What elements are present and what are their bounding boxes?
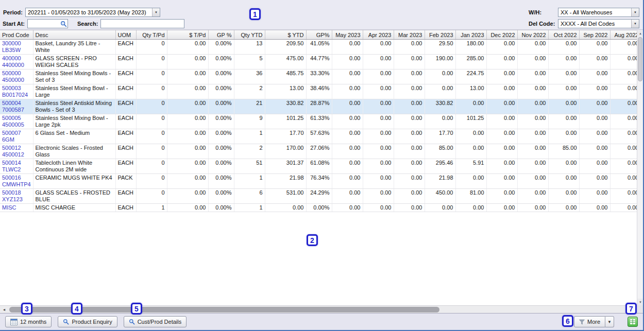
month-value-cell: 0.00 bbox=[363, 129, 394, 144]
column-header-desc[interactable]: Desc bbox=[33, 30, 115, 40]
more-dropdown-button[interactable]: ▼ bbox=[605, 316, 614, 327]
prod-code-link[interactable]: 500012 bbox=[2, 145, 31, 151]
uom-cell: EACH bbox=[115, 189, 136, 204]
month-value-cell: 0.00 bbox=[548, 84, 579, 99]
column-header-dec-2022[interactable]: Dec 2022 bbox=[486, 30, 517, 40]
warehouse-select[interactable]: XX - All Warehouses ▼ bbox=[558, 8, 639, 17]
prod-code-link[interactable]: 500003 bbox=[2, 85, 31, 92]
table-row[interactable]: 5000047000587Stainless Steel Antiskid Mi… bbox=[0, 99, 637, 114]
uom-cell: EACH bbox=[115, 129, 136, 144]
more-button[interactable]: More bbox=[574, 316, 605, 327]
del-code-select[interactable]: XXXX - All Del Codes ▼ bbox=[558, 19, 639, 28]
scroll-up-icon[interactable]: ▲ bbox=[637, 30, 643, 37]
table-row[interactable]: 5000004500000Stainless Steel Mixing Bowl… bbox=[0, 69, 637, 84]
column-header-qty-ytd[interactable]: Qty YTD bbox=[234, 30, 265, 40]
table-row[interactable]: 5000054500005Stainless Steel Mixing Bowl… bbox=[0, 114, 637, 129]
excel-export-icon bbox=[630, 319, 636, 325]
column-header-uom[interactable]: UOM bbox=[115, 30, 136, 40]
prod-code-cell[interactable]: 5000004500000 bbox=[0, 69, 33, 84]
table-row[interactable]: 5000076GM6 Glass Set - MediumEACH00.000.… bbox=[0, 129, 637, 144]
month-value-cell: 0.00 bbox=[394, 129, 425, 144]
prod-code-cell[interactable]: 500003B0017024 bbox=[0, 84, 33, 99]
prod-code-link[interactable]: XYZ123 bbox=[2, 196, 31, 203]
prod-code-cell[interactable]: 500018XYZ123 bbox=[0, 189, 33, 204]
prod-code-link[interactable]: 500000 bbox=[2, 70, 31, 77]
prod-code-link[interactable]: 300000 bbox=[2, 40, 31, 47]
column-header-apr-2023[interactable]: Apr 2023 bbox=[363, 30, 394, 40]
column-header-qty-t-pd[interactable]: Qty T/Pd bbox=[136, 30, 167, 40]
prod-code-link[interactable]: 4500005 bbox=[2, 121, 31, 128]
column-header-sep-2022[interactable]: Sep 2022 bbox=[579, 30, 610, 40]
month-value-cell: 0.00 bbox=[579, 174, 610, 189]
prod-code-cell[interactable]: 5000124500012 bbox=[0, 144, 33, 159]
start-at-search-button[interactable] bbox=[60, 21, 67, 27]
desc-cell: Basket, Laundry 35 Litre - White bbox=[33, 40, 115, 55]
column-header-oct-2022[interactable]: Oct 2022 bbox=[548, 30, 579, 40]
gp-tpd-cell: 0.00% bbox=[208, 84, 234, 99]
table-row[interactable]: 500003B0017024Stainless Steel Mixing Bow… bbox=[0, 84, 637, 99]
column-header--ytd[interactable]: $ YTD bbox=[265, 30, 306, 40]
prod-code-link[interactable]: 500005 bbox=[2, 115, 31, 121]
prod-code-cell[interactable]: 500014TLWC2 bbox=[0, 159, 33, 174]
period-select[interactable]: 202211 - 01/05/2023 to 31/05/2023 (May 2… bbox=[25, 8, 160, 17]
table-row[interactable]: MISCMISC CHARGEEACH10.000.00%10.000.00%0… bbox=[0, 204, 637, 212]
prod-code-link[interactable]: 6GM bbox=[2, 136, 31, 143]
prod-code-link[interactable]: LB35W bbox=[2, 47, 31, 54]
prod-code-cell[interactable]: 500016CMWHTP4 bbox=[0, 174, 33, 189]
annotation-callout-3: 3 bbox=[21, 303, 32, 315]
export-button[interactable] bbox=[628, 317, 638, 327]
prod-code-cell[interactable]: 5000047000587 bbox=[0, 99, 33, 114]
table-row[interactable]: 300000LB35WBasket, Laundry 35 Litre - Wh… bbox=[0, 40, 637, 55]
cust-prod-details-button[interactable]: Cust/Prod Details bbox=[124, 316, 187, 327]
column-header-gp-[interactable]: GP% bbox=[306, 30, 332, 40]
month-value-cell: 0.00 bbox=[486, 84, 517, 99]
app-window: Period: 202211 - 01/05/2023 to 31/05/202… bbox=[0, 0, 644, 331]
prod-code-link[interactable]: 400000 bbox=[2, 55, 31, 62]
prod-code-link[interactable]: 7000587 bbox=[2, 107, 31, 113]
horizontal-scrollbar[interactable]: ◄ ► bbox=[0, 305, 637, 313]
prod-code-link[interactable]: 4400000 bbox=[2, 62, 31, 68]
prod-code-cell[interactable]: MISC bbox=[0, 204, 33, 212]
prod-code-cell[interactable]: 4000004400000 bbox=[0, 55, 33, 69]
scroll-down-icon[interactable]: ▼ bbox=[637, 299, 643, 305]
month-value-cell: 0.00 bbox=[455, 204, 486, 212]
prod-code-link[interactable]: TLWC2 bbox=[2, 166, 31, 173]
scroll-left-icon[interactable]: ◄ bbox=[1, 306, 8, 313]
prod-code-link[interactable]: 4500000 bbox=[2, 77, 31, 83]
product-enquiry-button[interactable]: Product Enquiry bbox=[58, 316, 117, 327]
vertical-scrollbar[interactable]: ▲ ▼ bbox=[637, 30, 643, 305]
table-row[interactable]: 4000004400000GLASS SCREEN - PRO WEIGH SC… bbox=[0, 55, 637, 69]
prod-code-link[interactable]: 500016 bbox=[2, 175, 31, 181]
prod-code-cell[interactable]: 5000076GM bbox=[0, 129, 33, 144]
gp-tpd-cell: 0.00% bbox=[208, 159, 234, 174]
table-row[interactable]: 500016CMWHTP4CERAMIC MUGS WHITE PK4PACK0… bbox=[0, 174, 637, 189]
table-row[interactable]: 5000124500012Electronic Scales - Frosted… bbox=[0, 144, 637, 159]
table-row[interactable]: 500018XYZ123GLASS SCALES - FROSTED BLUEE… bbox=[0, 189, 637, 204]
prod-code-cell[interactable]: 300000LB35W bbox=[0, 40, 33, 55]
column-header-gp-[interactable]: GP % bbox=[208, 30, 234, 40]
column-header-nov-2022[interactable]: Nov 2022 bbox=[517, 30, 548, 40]
column-header-may-2023[interactable]: May 2023 bbox=[332, 30, 363, 40]
column-header-jan-2023[interactable]: Jan 2023 bbox=[455, 30, 486, 40]
prod-code-link[interactable]: 500007 bbox=[2, 130, 31, 136]
column-header-feb-2023[interactable]: Feb 2023 bbox=[425, 30, 455, 40]
column-header--t-pd[interactable]: $ T/Pd bbox=[167, 30, 208, 40]
prod-code-link[interactable]: 500004 bbox=[2, 100, 31, 107]
prod-code-link[interactable]: MISC bbox=[2, 204, 31, 211]
vertical-scrollbar-thumb[interactable] bbox=[638, 37, 642, 81]
month-value-cell: 0.00 bbox=[517, 129, 548, 144]
month-value-cell: 0.00 bbox=[486, 55, 517, 69]
prod-code-link[interactable]: 500014 bbox=[2, 160, 31, 166]
qty-tpd-cell: 0 bbox=[136, 189, 167, 204]
prod-code-link[interactable]: 500018 bbox=[2, 189, 31, 196]
prod-code-link[interactable]: CMWHTP4 bbox=[2, 181, 31, 188]
table-row[interactable]: 500014TLWC2Tablecloth Linen White Contin… bbox=[0, 159, 637, 174]
prod-code-link[interactable]: 4500012 bbox=[2, 151, 31, 158]
column-header-prod-code[interactable]: Prod Code bbox=[0, 30, 33, 40]
twelve-months-button[interactable]: 12 months bbox=[5, 316, 52, 327]
prod-code-cell[interactable]: 5000054500005 bbox=[0, 114, 33, 129]
column-header-mar-2023[interactable]: Mar 2023 bbox=[394, 30, 425, 40]
prod-code-link[interactable]: B0017024 bbox=[2, 92, 31, 98]
search-input[interactable] bbox=[100, 19, 184, 28]
column-header-aug-2022[interactable]: Aug 2022 bbox=[610, 30, 637, 40]
